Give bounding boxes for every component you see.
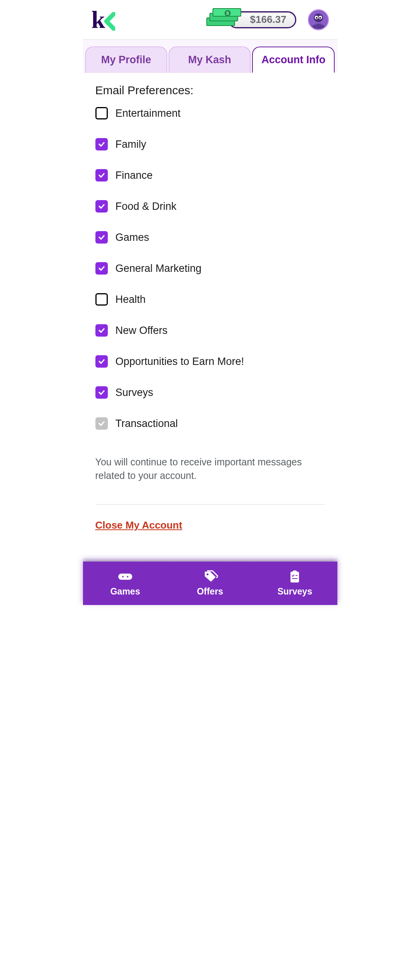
pref-label: General Marketing (116, 263, 202, 275)
svg-rect-14 (118, 574, 132, 580)
checkbox-earn[interactable] (95, 355, 108, 368)
checkbox-offers[interactable] (95, 324, 108, 337)
tab-label: My Kash (188, 54, 231, 66)
nav-label: Games (110, 586, 140, 597)
tab-account-info[interactable]: Account Info (252, 47, 335, 73)
section-title: Email Preferences: (95, 84, 325, 97)
pref-item-family: Family (95, 138, 325, 150)
pref-label: Surveys (116, 387, 154, 399)
nav-label: Offers (197, 586, 223, 597)
pref-label: Food & Drink (116, 200, 177, 213)
pref-item-earn: Opportunities to Earn More! (95, 355, 325, 368)
account-info-panel: Email Preferences: EntertainmentFamilyFi… (83, 73, 337, 605)
nav-label: Surveys (277, 586, 312, 597)
svg-rect-18 (290, 572, 299, 582)
divider (95, 504, 325, 505)
svg-point-13 (319, 17, 321, 19)
svg-point-12 (316, 17, 317, 19)
email-preferences-list: EntertainmentFamilyFinanceFood & DrinkGa… (95, 107, 325, 482)
clipboard-icon (287, 570, 302, 583)
pref-label: Opportunities to Earn More! (116, 356, 244, 368)
transactional-note: You will continue to receive important m… (95, 455, 325, 482)
avatar-button[interactable] (308, 9, 329, 30)
pref-label: Family (116, 138, 147, 150)
pref-item-health: Health (95, 293, 325, 306)
checkbox-entertainment[interactable] (95, 107, 108, 119)
checkbox-food[interactable] (95, 200, 108, 213)
app-logo[interactable]: k (92, 7, 116, 32)
tab-my-kash[interactable]: My Kash (169, 47, 251, 73)
checkbox-family[interactable] (95, 138, 108, 150)
cash-icon: S (204, 4, 243, 37)
balance-amount: $166.37 (250, 14, 287, 26)
svg-text:S: S (226, 11, 229, 16)
svg-point-17 (206, 574, 208, 576)
pref-item-surveys: Surveys (95, 386, 325, 399)
logo-chevron-icon (102, 12, 115, 31)
pref-label: Games (116, 232, 149, 244)
checkbox-games[interactable] (95, 231, 108, 244)
svg-rect-19 (293, 570, 297, 573)
tab-label: My Profile (101, 54, 151, 66)
checkbox-transactional (95, 417, 108, 430)
pref-label: Finance (116, 169, 153, 181)
tab-my-profile[interactable]: My Profile (85, 47, 167, 73)
close-account-link[interactable]: Close My Account (95, 519, 325, 531)
avatar-icon (309, 11, 327, 29)
checkbox-finance[interactable] (95, 169, 108, 181)
gamepad-icon (118, 570, 133, 583)
app-header: k S $166.37 (83, 0, 337, 40)
checkbox-health[interactable] (95, 293, 108, 306)
svg-point-15 (122, 576, 124, 577)
pref-item-finance: Finance (95, 169, 325, 181)
pref-item-food: Food & Drink (95, 200, 325, 213)
pref-label: Entertainment (116, 107, 181, 119)
tab-label: Account Info (261, 54, 325, 66)
svg-point-16 (127, 576, 128, 577)
pref-item-offers: New Offers (95, 324, 325, 337)
nav-games[interactable]: Games (83, 562, 168, 605)
tab-strip: My Profile My Kash Account Info (83, 40, 337, 73)
pref-label: Transactional (116, 418, 178, 430)
pref-label: Health (116, 294, 146, 306)
pref-item-games: Games (95, 231, 325, 244)
nav-surveys[interactable]: Surveys (252, 562, 337, 605)
checkbox-surveys[interactable] (95, 386, 108, 399)
pref-label: New Offers (116, 325, 168, 337)
pref-item-marketing: General Marketing (95, 262, 325, 275)
balance-widget[interactable]: S $166.37 (228, 11, 296, 28)
pref-item-entertainment: Entertainment (95, 107, 325, 119)
bottom-nav: Games Offers Surveys (83, 562, 337, 605)
pref-item-transactional: Transactional (95, 417, 325, 430)
nav-offers[interactable]: Offers (168, 562, 252, 605)
checkbox-marketing[interactable] (95, 262, 108, 275)
tag-icon (202, 570, 218, 583)
